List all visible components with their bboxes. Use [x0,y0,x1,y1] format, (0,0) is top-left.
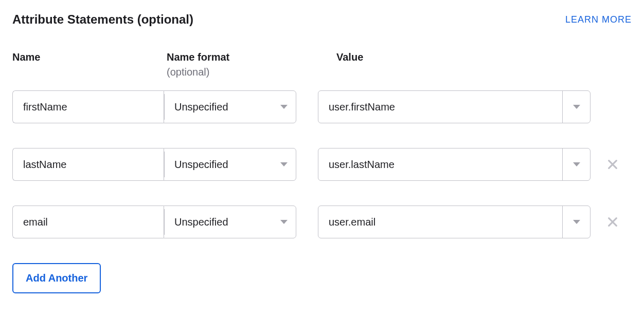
name-format-select[interactable]: Unspecified [164,206,296,238]
chevron-down-icon [280,162,288,166]
remove-placeholder [605,99,620,115]
close-icon [607,159,618,170]
close-icon [607,216,618,228]
attribute-value-text: user.lastName [318,159,562,171]
add-another-button[interactable]: Add Another [12,263,101,293]
attribute-name-input[interactable] [12,148,164,181]
name-format-selected-value: Unspecified [174,216,228,228]
attribute-row: Unspecified user.lastName [12,148,632,181]
chevron-down-icon [573,105,580,109]
section-title: Attribute Statements (optional) [12,12,193,27]
name-format-select[interactable]: Unspecified [164,148,296,181]
remove-row-button[interactable] [605,157,620,172]
attribute-row: Unspecified user.email [12,206,632,238]
attribute-name-input[interactable] [12,90,164,123]
attribute-row: Unspecified user.firstName [12,90,632,123]
name-format-selected-value: Unspecified [174,101,228,113]
attribute-name-input[interactable] [12,206,164,238]
column-header-format: Name format [167,51,321,63]
attribute-value-combobox[interactable]: user.email [318,206,591,238]
column-header-value: Value [336,51,609,63]
attribute-value-dropdown-toggle[interactable] [562,206,590,238]
chevron-down-icon [280,105,288,109]
chevron-down-icon [573,220,580,224]
name-format-select[interactable]: Unspecified [164,90,296,123]
column-header-name: Name [12,51,167,63]
learn-more-link[interactable]: LEARN MORE [565,14,632,25]
attribute-value-combobox[interactable]: user.lastName [318,148,591,181]
remove-row-button[interactable] [605,214,620,230]
chevron-down-icon [280,220,288,224]
column-header-format-hint: (optional) [167,66,321,78]
attribute-value-text: user.email [318,216,562,228]
attribute-value-text: user.firstName [318,101,562,113]
name-format-selected-value: Unspecified [174,159,228,171]
chevron-down-icon [573,162,580,166]
attribute-value-dropdown-toggle[interactable] [562,91,590,123]
attribute-value-dropdown-toggle[interactable] [562,148,590,180]
attribute-value-combobox[interactable]: user.firstName [318,90,591,123]
